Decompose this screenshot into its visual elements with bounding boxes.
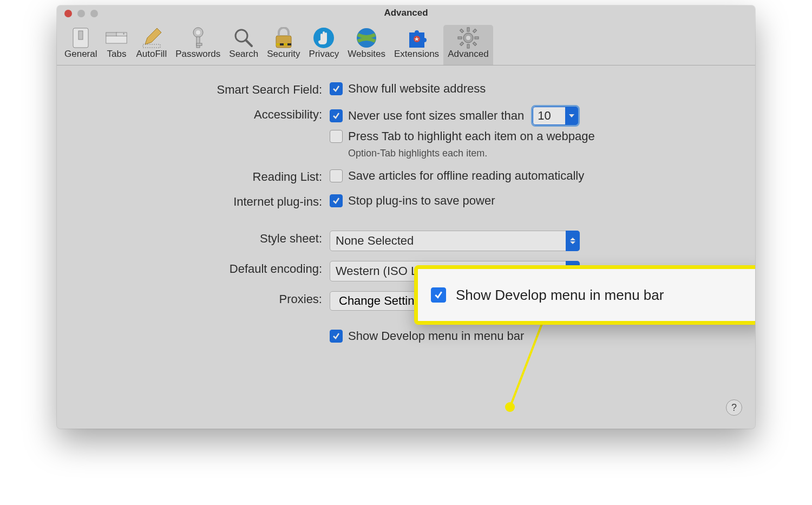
svg-marker-6 (145, 28, 161, 44)
min-font-size-select[interactable]: 10 (533, 107, 578, 125)
preferences-toolbar: General + Tabs AutoFill Passwords Search (57, 22, 755, 65)
checkbox-icon (330, 169, 343, 182)
tab-label: Privacy (309, 49, 339, 60)
annotation-callout: Show Develop menu in menu bar (414, 265, 755, 325)
offline-reading-checkbox[interactable]: Save articles for offline reading automa… (330, 169, 584, 183)
accessibility-label: Accessibility: (78, 107, 330, 122)
press-tab-checkbox[interactable]: Press Tab to highlight each item on a we… (330, 129, 595, 143)
svg-rect-14 (276, 36, 291, 48)
tab-tabs[interactable]: + Tabs (101, 25, 132, 65)
tab-label: AutoFill (136, 49, 167, 60)
globe-icon (356, 27, 377, 49)
svg-rect-2 (106, 36, 127, 43)
plugins-label: Internet plug-ins: (78, 194, 330, 209)
annotation-dot (505, 402, 515, 412)
tab-passwords[interactable]: Passwords (171, 25, 225, 65)
tab-search[interactable]: Search (225, 25, 263, 65)
svg-rect-22 (467, 28, 469, 31)
tab-privacy[interactable]: Privacy (305, 25, 344, 65)
svg-rect-1 (78, 31, 83, 40)
pencil-icon (141, 27, 162, 49)
svg-point-9 (196, 30, 200, 35)
stop-plugins-checkbox[interactable]: Stop plug-ins to save power (330, 194, 495, 208)
svg-rect-25 (475, 37, 479, 39)
svg-rect-3 (106, 32, 117, 36)
tab-advanced[interactable]: Advanced (443, 25, 493, 65)
svg-rect-29 (460, 42, 463, 45)
tab-security[interactable]: Security (263, 25, 304, 65)
tab-extensions[interactable]: Extensions (390, 25, 443, 65)
checkbox-label: Stop plug-ins to save power (348, 194, 495, 208)
checkbox-icon (330, 130, 343, 143)
proxies-label: Proxies: (78, 291, 330, 306)
svg-text:+: + (123, 32, 125, 36)
select-value: None Selected (336, 234, 414, 248)
chevron-down-icon (565, 107, 578, 125)
switch-icon (70, 27, 91, 49)
checkbox-icon (330, 330, 343, 343)
svg-rect-16 (276, 43, 280, 45)
tab-label: Search (229, 49, 258, 60)
show-full-address-checkbox[interactable]: Show full website address (330, 82, 486, 96)
tab-label: Security (267, 49, 300, 60)
tabs-icon: + (106, 27, 127, 49)
callout-text: Show Develop menu in menu bar (456, 287, 664, 304)
svg-rect-11 (197, 43, 202, 45)
chevron-updown-icon (566, 231, 580, 251)
window-title: Advanced (57, 8, 755, 18)
stylesheet-label: Style sheet: (78, 231, 330, 246)
svg-rect-7 (143, 44, 160, 48)
tab-label: Advanced (448, 49, 489, 60)
checkbox-label: Save articles for offline reading automa… (348, 169, 584, 183)
checkbox-icon (330, 109, 343, 122)
help-label: ? (731, 402, 737, 414)
checkbox-label: Show full website address (348, 82, 486, 96)
svg-rect-26 (460, 29, 463, 32)
svg-rect-28 (473, 29, 476, 32)
svg-rect-4 (116, 32, 127, 36)
help-button[interactable]: ? (726, 399, 742, 416)
tab-label: Websites (348, 49, 385, 60)
gear-icon (457, 27, 479, 49)
svg-rect-23 (467, 44, 469, 48)
tab-label: General (64, 49, 97, 60)
show-develop-menu-checkbox[interactable]: Show Develop menu in menu bar (330, 329, 524, 343)
tab-label: Tabs (107, 49, 127, 60)
search-icon (233, 27, 254, 49)
checkbox-icon (330, 82, 343, 95)
tab-general[interactable]: General (60, 25, 101, 65)
stylesheet-select[interactable]: None Selected (330, 231, 580, 251)
checkbox-label: Press Tab to highlight each item on a we… (348, 129, 595, 143)
svg-rect-27 (473, 42, 476, 45)
lock-icon (273, 27, 294, 49)
min-font-size-checkbox[interactable]: Never use font sizes smaller than (330, 109, 524, 123)
checkbox-label: Never use font sizes smaller than (348, 109, 524, 123)
tab-websites[interactable]: Websites (343, 25, 390, 65)
svg-rect-10 (197, 37, 200, 48)
press-tab-hint: Option-Tab highlights each item. (348, 148, 595, 159)
titlebar: Advanced (57, 5, 755, 22)
svg-rect-24 (458, 37, 462, 39)
tab-label: Passwords (175, 49, 220, 60)
svg-line-13 (246, 40, 252, 46)
svg-rect-17 (284, 43, 287, 45)
checkbox-icon (330, 194, 343, 207)
tab-autofill[interactable]: AutoFill (132, 25, 171, 65)
select-value: 10 (538, 109, 551, 123)
tab-label: Extensions (394, 49, 439, 60)
svg-point-30 (466, 36, 470, 40)
checkbox-label: Show Develop menu in menu bar (348, 329, 524, 343)
hand-icon (313, 27, 335, 49)
key-icon (187, 27, 209, 49)
puzzle-icon (406, 27, 428, 49)
checkbox-icon (431, 287, 446, 303)
encoding-label: Default encoding: (78, 261, 330, 276)
reading-list-label: Reading List: (78, 169, 330, 184)
preferences-window: Advanced General + Tabs AutoFill Passwor… (57, 5, 755, 429)
smart-search-label: Smart Search Field: (78, 82, 330, 97)
